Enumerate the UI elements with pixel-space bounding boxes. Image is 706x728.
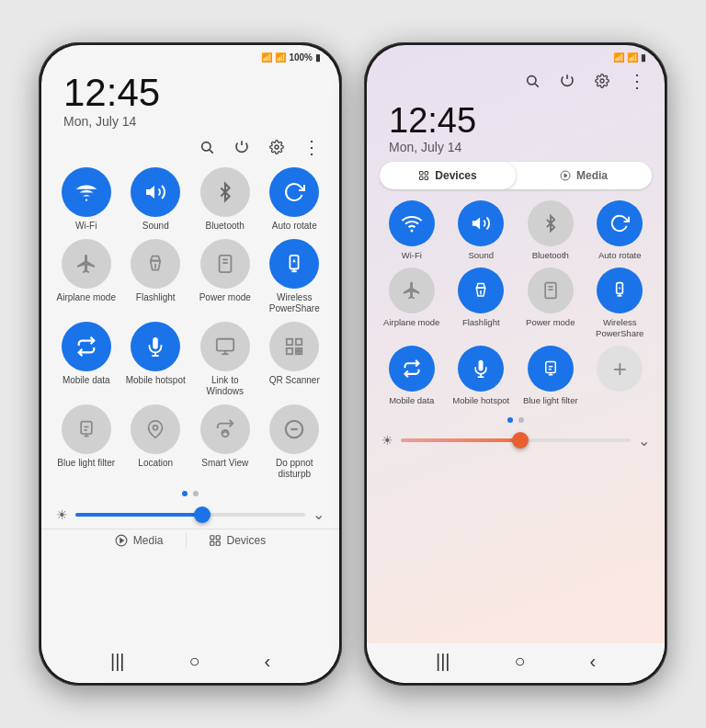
power-tile-icon-2 xyxy=(528,267,574,313)
tile-dnd[interactable]: Do ppnot disturpb xyxy=(263,404,327,480)
tile-bluelight[interactable]: Blue light filter xyxy=(54,404,119,480)
tile-hotspot-label: Mobile hotspot xyxy=(126,375,186,386)
phone-2-screen: 📶 📶 ▮ ⋮ 12:45 Mon, July 14 xyxy=(367,45,665,683)
tile-link-label: Link to Windows xyxy=(193,375,257,397)
svg-rect-12 xyxy=(217,339,233,351)
smartview-tile-icon xyxy=(200,404,250,454)
flashlight-tile-icon xyxy=(131,239,180,289)
autorotate-tile-icon-2 xyxy=(597,200,643,246)
link-tile-icon xyxy=(200,322,250,371)
tile-autorotate-2[interactable]: Auto rotate xyxy=(588,200,653,260)
nav-back-1[interactable]: ||| xyxy=(110,651,125,672)
svg-marker-43 xyxy=(473,218,480,230)
brightness-thumb-2[interactable] xyxy=(512,432,529,449)
brightness-thumb-1[interactable] xyxy=(194,506,211,523)
svg-marker-4 xyxy=(146,186,154,199)
svg-rect-37 xyxy=(425,172,428,176)
nav-recent-1[interactable]: ‹ xyxy=(264,651,270,672)
wireless-tile-icon xyxy=(269,239,319,289)
more-icon[interactable]: ⋮ xyxy=(302,138,321,156)
nav-back-2[interactable]: ||| xyxy=(436,651,450,672)
tile-sound-label-2: Sound xyxy=(469,250,494,260)
battery-icon: ▮ xyxy=(315,52,321,63)
tile-airplane-2[interactable]: Airplane mode xyxy=(380,267,444,338)
tile-wireless-label: Wireless PowerShare xyxy=(263,292,327,314)
tile-bluetooth-label: Bluetooth xyxy=(206,221,245,232)
tile-flashlight-label: Flashlight xyxy=(136,292,176,303)
settings-icon[interactable] xyxy=(268,138,286,156)
tile-flashlight-2[interactable]: Flashlight xyxy=(450,267,514,338)
tile-power-2[interactable]: Power mode xyxy=(518,267,583,338)
tile-link[interactable]: Link to Windows xyxy=(193,322,257,397)
bluetooth-tile-icon-2 xyxy=(528,200,574,246)
tile-mobiledata-2[interactable]: Mobile data xyxy=(380,346,444,405)
nav-home-1[interactable]: ○ xyxy=(188,651,199,672)
tile-bluelight-2[interactable]: Blue light filter xyxy=(518,346,583,405)
expand-icon-2[interactable]: ⌄ xyxy=(638,432,650,449)
tile-mobiledata[interactable]: Mobile data xyxy=(54,322,119,397)
expand-icon[interactable]: ⌄ xyxy=(313,506,325,523)
nav-recent-2[interactable]: ‹ xyxy=(589,651,596,672)
tile-hotspot-2[interactable]: Mobile hotspot xyxy=(450,346,514,405)
tile-mobiledata-label: Mobile data xyxy=(63,375,110,386)
devices-button-1[interactable]: Devices xyxy=(209,533,267,548)
tile-autorotate-label: Auto rotate xyxy=(272,221,317,232)
tiles-grid-2: Wi-Fi Sound Bluetooth Auto rotate xyxy=(367,195,665,412)
svg-point-0 xyxy=(202,142,211,151)
tile-wifi-label-2: Wi-Fi xyxy=(402,250,422,260)
settings-icon-2[interactable] xyxy=(593,72,611,90)
search-icon-2[interactable] xyxy=(523,72,541,90)
battery-icon-2: ▮ xyxy=(641,52,646,63)
bluetooth-tile-icon xyxy=(200,167,250,217)
tiles-grid-1: Wi-Fi Sound Bluetooth Auto rotate xyxy=(41,162,339,485)
tile-location[interactable]: Location xyxy=(124,404,188,480)
brightness-low-icon: ☀ xyxy=(56,507,68,522)
location-tile-icon xyxy=(131,404,180,454)
tile-hotspot[interactable]: Mobile hotspot xyxy=(124,322,188,397)
svg-point-35 xyxy=(600,79,604,83)
tile-airplane[interactable]: Airplane mode xyxy=(54,239,119,314)
media-button-1[interactable]: Media xyxy=(115,533,164,548)
tile-qr[interactable]: QR Scanner xyxy=(263,322,327,397)
tile-wireless-2[interactable]: Wireless PowerShare xyxy=(588,267,653,338)
tile-wifi[interactable]: Wi-Fi xyxy=(54,167,119,232)
tile-wifi-2[interactable]: Wi-Fi xyxy=(380,200,444,260)
brightness-slider-1[interactable] xyxy=(75,513,305,517)
tile-flashlight[interactable]: Flashlight xyxy=(124,239,188,314)
tile-wireless-label-2: Wireless PowerShare xyxy=(588,317,653,338)
brightness-row-1: ☀ ⌄ xyxy=(41,502,339,527)
tile-mobiledata-label-2: Mobile data xyxy=(389,395,434,405)
tile-sound-2[interactable]: Sound xyxy=(450,200,514,260)
brightness-slider-2[interactable] xyxy=(401,438,631,442)
wireless-tile-icon-2 xyxy=(597,267,643,313)
tile-autorotate[interactable]: Auto rotate xyxy=(263,167,327,232)
tab-media-label: Media xyxy=(576,169,608,182)
svg-marker-28 xyxy=(120,539,124,543)
brightness-fill-2 xyxy=(401,438,520,442)
tile-bluetooth-2[interactable]: Bluetooth xyxy=(518,200,583,260)
tile-bluetooth[interactable]: Bluetooth xyxy=(193,167,257,232)
clock-date-2: Mon, July 14 xyxy=(389,140,643,154)
tile-power[interactable]: Power mode xyxy=(193,239,257,314)
power-icon-2[interactable] xyxy=(558,72,576,90)
signal-icon: 📶 xyxy=(275,52,286,63)
tab-devices[interactable]: Devices xyxy=(380,162,516,189)
clock-area-2: 12:45 Mon, July 14 xyxy=(367,96,665,158)
tile-sound[interactable]: Sound xyxy=(124,167,188,232)
more-icon-2[interactable]: ⋮ xyxy=(628,72,646,90)
search-icon[interactable] xyxy=(198,138,216,156)
svg-rect-13 xyxy=(287,339,292,345)
svg-rect-29 xyxy=(210,536,213,540)
tile-plus[interactable]: + xyxy=(588,346,653,405)
svg-rect-9 xyxy=(290,256,299,269)
tab-media[interactable]: Media xyxy=(516,162,652,189)
tile-smartview-label: Smart View xyxy=(201,458,248,469)
pagination-dots-2 xyxy=(367,412,665,428)
tile-smartview[interactable]: Smart View xyxy=(193,404,257,480)
tile-wireless[interactable]: Wireless PowerShare xyxy=(263,239,327,314)
bluelight-tile-icon-2 xyxy=(528,346,574,392)
svg-rect-18 xyxy=(296,352,299,355)
nav-home-2[interactable]: ○ xyxy=(514,651,525,672)
svg-rect-17 xyxy=(300,352,302,355)
power-icon[interactable] xyxy=(233,138,251,156)
